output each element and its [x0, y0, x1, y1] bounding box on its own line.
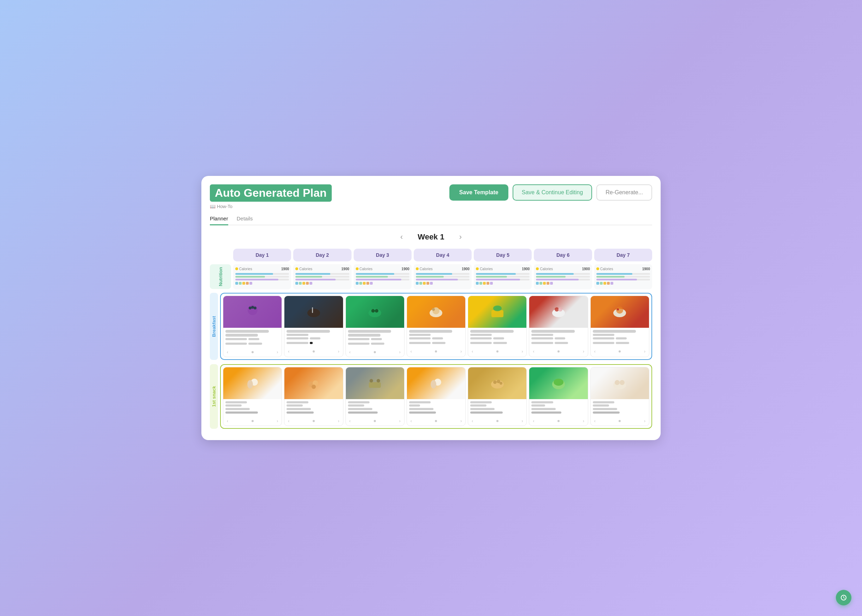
snack-info-5 — [468, 399, 526, 416]
snack-card-3[interactable]: ‹ › — [346, 367, 404, 426]
snack-next-6[interactable]: › — [582, 418, 586, 424]
snack-dot-6 — [557, 420, 560, 422]
snack-prev-3[interactable]: ‹ — [348, 418, 352, 424]
snack-info-3 — [346, 399, 404, 416]
snack-prev-1[interactable]: ‹ — [225, 418, 230, 424]
breakfast-next-6[interactable]: › — [582, 348, 586, 355]
title-section: Auto Generated Plan 📖 How-To — [210, 184, 332, 209]
breakfast-next-5[interactable]: › — [520, 348, 524, 355]
breakfast-card-3[interactable]: ‹ › — [346, 295, 404, 357]
week-label: Week 1 — [418, 233, 444, 242]
svg-point-21 — [247, 380, 253, 388]
breakfast-card-1[interactable]: ‹ › — [223, 295, 282, 357]
svg-point-16 — [558, 307, 562, 311]
snack-card-5[interactable]: ‹ › — [468, 367, 527, 426]
how-to: 📖 How-To — [210, 204, 332, 209]
breakfast-next-3[interactable]: › — [398, 349, 402, 355]
snack-prev-2[interactable]: ‹ — [286, 418, 291, 424]
breakfast-card-5[interactable]: ‹ › — [468, 295, 527, 357]
main-container: Auto Generated Plan 📖 How-To Save Templa… — [201, 176, 661, 440]
snack-card-7[interactable]: ‹ › — [590, 367, 649, 426]
snack-image-2 — [285, 367, 343, 399]
breakfast-prev-3[interactable]: ‹ — [348, 349, 352, 355]
breakfast-info-6 — [529, 328, 587, 346]
svg-point-24 — [311, 385, 316, 389]
snack-image-4 — [407, 367, 465, 399]
snack-next-4[interactable]: › — [459, 418, 463, 424]
breakfast-prev-6[interactable]: ‹ — [531, 348, 536, 355]
snack-next-1[interactable]: › — [275, 418, 280, 424]
snack-section: ‹ › — [220, 364, 652, 429]
nutrition-cell-1: Calories 1900 — [233, 264, 291, 289]
tab-planner[interactable]: Planner — [210, 213, 228, 225]
planner-body: ‹ Week 1 › Day 1 Day 2 Day 3 Day 4 Day 5… — [210, 231, 652, 429]
day-header-5: Day 5 — [474, 249, 532, 261]
snack-dot-1 — [252, 420, 254, 422]
breakfast-card-4[interactable]: ‹ › — [407, 295, 466, 357]
next-week-button[interactable]: › — [456, 231, 465, 243]
breakfast-row: Breakfast — [210, 293, 652, 360]
svg-point-27 — [377, 379, 380, 382]
snack-card-6[interactable]: ‹ › — [529, 367, 588, 426]
breakfast-prev-2[interactable]: ‹ — [286, 348, 291, 355]
nutrition-cell-6: Calories 1900 — [534, 264, 592, 289]
breakfast-next-2[interactable]: › — [337, 348, 341, 355]
breakfast-prev-5[interactable]: ‹ — [470, 348, 475, 355]
tab-details[interactable]: Details — [237, 213, 253, 225]
snack-nav-4: ‹ › — [407, 416, 465, 426]
snack-dot-2 — [313, 420, 315, 422]
snack-image-6 — [529, 367, 587, 399]
save-continue-button[interactable]: Save & Continue Editing — [513, 184, 592, 201]
snack-card-4[interactable]: ‹ › — [407, 367, 466, 426]
breakfast-card-6[interactable]: ‹ › — [529, 295, 588, 357]
breakfast-nav-1: ‹ › — [223, 347, 282, 357]
breakfast-dot-5 — [496, 350, 499, 352]
breakfast-image-2 — [285, 296, 343, 328]
breakfast-info-4 — [407, 328, 465, 346]
prev-week-button[interactable]: ‹ — [397, 231, 406, 243]
snack-card-1[interactable]: ‹ › — [223, 367, 282, 426]
snack-prev-4[interactable]: ‹ — [409, 418, 413, 424]
snack-next-7[interactable]: › — [643, 418, 647, 424]
nutrition-cell-3: Calories 1900 — [354, 264, 412, 289]
breakfast-next-7[interactable]: › — [643, 348, 647, 355]
snack-image-7 — [591, 367, 649, 399]
breakfast-info-7 — [591, 328, 649, 346]
fab-button[interactable] — [836, 590, 851, 605]
nutrition-label: Nutrition — [210, 264, 231, 289]
breakfast-prev-7[interactable]: ‹ — [593, 348, 597, 355]
nutrition-cell-2: Calories 1900 — [293, 264, 351, 289]
snack-nav-3: ‹ › — [346, 416, 404, 426]
snack-image-1 — [223, 367, 282, 399]
breakfast-card-2[interactable]: ‹ › — [284, 295, 343, 357]
breakfast-nav-7: ‹ › — [591, 347, 649, 356]
snack-next-2[interactable]: › — [337, 418, 341, 424]
breakfast-dot-2 — [313, 350, 315, 352]
snack-info-1 — [223, 399, 282, 416]
breakfast-card-7[interactable]: ‹ › — [590, 295, 649, 357]
svg-point-37 — [615, 380, 620, 385]
snack-nav-7: ‹ › — [591, 416, 649, 426]
breakfast-nav-3: ‹ › — [346, 347, 404, 357]
svg-point-19 — [617, 308, 619, 311]
snack-image-5 — [468, 367, 526, 399]
snack-prev-6[interactable]: ‹ — [531, 418, 536, 424]
snack-prev-7[interactable]: ‹ — [593, 418, 597, 424]
breakfast-dot-6 — [557, 350, 560, 352]
breakfast-prev-1[interactable]: ‹ — [225, 349, 230, 355]
snack-card-2[interactable]: ‹ › — [284, 367, 343, 426]
regenerate-button[interactable]: Re-Generate... — [596, 184, 652, 201]
snack-dot-7 — [618, 420, 621, 422]
svg-point-8 — [375, 309, 378, 313]
snack-next-5[interactable]: › — [520, 418, 524, 424]
breakfast-prev-4[interactable]: ‹ — [409, 348, 413, 355]
breakfast-next-4[interactable]: › — [459, 348, 463, 355]
svg-point-4 — [307, 309, 320, 317]
nutrition-cell-5: Calories 1900 — [474, 264, 532, 289]
save-template-button[interactable]: Save Template — [449, 184, 508, 201]
snack-prev-5[interactable]: ‹ — [470, 418, 475, 424]
breakfast-nav-6: ‹ › — [529, 347, 587, 356]
snack-next-3[interactable]: › — [398, 418, 402, 424]
breakfast-next-1[interactable]: › — [275, 349, 280, 355]
breakfast-nav-2: ‹ › — [285, 347, 343, 356]
